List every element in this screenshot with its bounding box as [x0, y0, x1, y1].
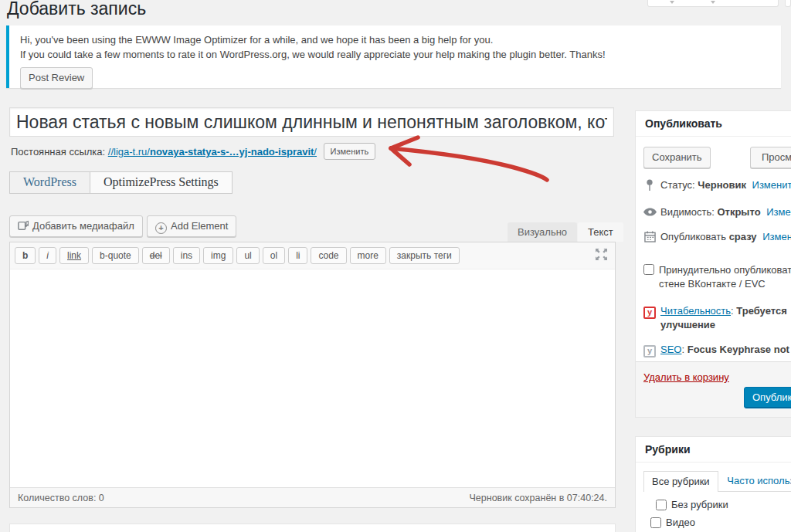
qt-italic-button[interactable]: i	[39, 247, 56, 264]
tab-wordpress[interactable]: WordPress	[10, 172, 90, 193]
fullscreen-icon	[596, 251, 607, 263]
seo-value: Focus Keyphrase not set	[687, 344, 791, 355]
qt-ul-button[interactable]: ul	[236, 247, 259, 264]
permalink-row: Постоянная ссылка: //liga-t.ru/novaya-st…	[11, 144, 375, 161]
permalink-suffix[interactable]: /	[314, 146, 317, 158]
tab-optimizepress-settings[interactable]: OptimizePress Settings	[90, 172, 232, 193]
chevron-down-icon	[711, 1, 715, 4]
editor-mode-tabs: WordPress OptimizePress Settings	[9, 171, 233, 194]
qt-link-button[interactable]: link	[59, 247, 89, 264]
move-to-trash-link[interactable]: Удалить в корзину	[643, 371, 729, 383]
qt-ol-button[interactable]: ol	[263, 247, 285, 264]
readability-row: у Читабельность: Требуется улучшение	[643, 304, 791, 332]
notice-line-2: If you could take a few moments to rate …	[20, 47, 770, 62]
qt-img-button[interactable]: img	[203, 247, 233, 264]
seo-link[interactable]: SEO	[660, 344, 681, 355]
qt-ins-button[interactable]: ins	[173, 247, 200, 264]
permalink-label: Постоянная ссылка:	[11, 146, 105, 158]
qt-code-button[interactable]: code	[311, 247, 346, 264]
screen-options-tab-stub[interactable]	[647, 0, 779, 7]
publish-box-title: Опубликовать	[636, 111, 791, 137]
vk-publish-label: Принудительно опубликовать на стене ВКон…	[659, 263, 791, 291]
editor-statusbar: Количество слов: 0 Черновик сохранён в 0…	[10, 487, 615, 507]
qt-close-tags-button[interactable]: закрыть теги	[389, 247, 460, 264]
post-content-textarea[interactable]	[10, 269, 615, 487]
post-content-editor: b i link b-quote del ins img ul ol li co…	[9, 242, 616, 508]
page-title: Добавить запись	[7, 0, 146, 20]
yoast-seo-icon: у	[643, 345, 656, 357]
tab-text[interactable]: Текст	[578, 222, 623, 242]
categories-tabs: Все рубрики Часто используемые	[643, 470, 791, 492]
bottom-postbox-stub	[9, 524, 616, 532]
media-icon	[18, 218, 29, 238]
publish-button[interactable]: Опубликовать	[744, 387, 791, 408]
qt-bold-button[interactable]: b	[15, 247, 36, 264]
schedule-row: Опубликовать сразу Изменить	[643, 230, 791, 246]
schedule-value: сразу	[729, 231, 757, 242]
add-media-label: Добавить медиафайл	[32, 220, 134, 232]
publish-box-footer: Удалить в корзину Опубликовать	[636, 361, 791, 417]
pin-icon	[643, 179, 656, 195]
tab-most-used-categories[interactable]: Часто используемые	[721, 471, 791, 490]
calendar-icon	[643, 231, 656, 246]
readability-link[interactable]: Читабельность	[660, 305, 731, 317]
tab-visual[interactable]: Визуально	[508, 222, 577, 242]
qt-blockquote-button[interactable]: b-quote	[92, 247, 139, 264]
edit-visibility-link[interactable]: Изменить	[766, 206, 791, 218]
save-draft-button[interactable]: Сохранить	[643, 147, 711, 168]
draft-saved-status: Черновик сохранён в 07:40:24.	[470, 493, 608, 503]
visibility-row: Видимость: Открыто Изменить	[643, 205, 791, 220]
add-element-button[interactable]: +Add Element	[147, 215, 236, 237]
category-item: Видео	[650, 517, 791, 528]
category-item: Без рубрики	[656, 499, 791, 510]
categories-box: Рубрики Все рубрики Часто используемые Б…	[635, 436, 791, 532]
edit-schedule-link[interactable]: Изменить	[762, 231, 791, 242]
post-title-input[interactable]	[9, 107, 614, 137]
help-tab-stub[interactable]	[785, 0, 791, 7]
red-arrow-annotation	[340, 127, 587, 212]
word-count: Количество слов: 0	[18, 493, 104, 503]
qt-del-button[interactable]: del	[142, 247, 170, 264]
qt-more-button[interactable]: more	[350, 247, 386, 264]
add-element-label: Add Element	[171, 220, 228, 232]
category-checkbox-video[interactable]	[650, 517, 661, 528]
permalink-slug-link[interactable]: novaya-statya-s-…yj-nado-ispravit	[150, 146, 314, 158]
visibility-value: Открыто	[717, 206, 760, 218]
add-element-icon: +	[155, 222, 167, 234]
vk-publish-checkbox[interactable]	[643, 264, 654, 275]
status-value: Черновик	[698, 179, 746, 191]
category-checkbox-no-category[interactable]	[656, 500, 667, 510]
edit-permalink-button[interactable]: Изменить	[324, 143, 376, 160]
publish-box: Опубликовать Сохранить Просмотр Статус: …	[635, 110, 791, 418]
status-row: Статус: Черновик Изменить	[643, 178, 791, 195]
fullscreen-button[interactable]	[594, 247, 609, 264]
vk-publish-row: Принудительно опубликовать на стене ВКон…	[643, 263, 791, 291]
quicktags-toolbar: b i link b-quote del ins img ul ol li co…	[10, 242, 615, 269]
add-media-button[interactable]: Добавить медиафайл	[9, 215, 143, 237]
categories-box-title: Рубрики	[636, 437, 791, 463]
permalink-base-link[interactable]: //liga-t.ru/	[108, 146, 150, 158]
seo-row: у SEO: Focus Keyphrase not set	[643, 343, 791, 357]
preview-button[interactable]: Просмотр	[750, 147, 791, 168]
yoast-readability-icon: у	[643, 307, 656, 319]
chevron-down-icon	[670, 1, 674, 4]
eye-icon	[643, 206, 656, 220]
edit-status-link[interactable]: Изменить	[752, 179, 791, 191]
tab-all-categories[interactable]: Все рубрики	[643, 471, 718, 492]
qt-li-button[interactable]: li	[288, 247, 307, 264]
ewww-review-notice: Hi, you've been using the EWWW Image Opt…	[6, 25, 781, 88]
categories-list: Без рубрики Видео	[636, 499, 791, 528]
post-review-button[interactable]: Post Review	[20, 67, 93, 89]
notice-line-1: Hi, you've been using the EWWW Image Opt…	[20, 32, 770, 47]
add-post-screen: Добавить запись Hi, you've been using th…	[0, 0, 791, 532]
